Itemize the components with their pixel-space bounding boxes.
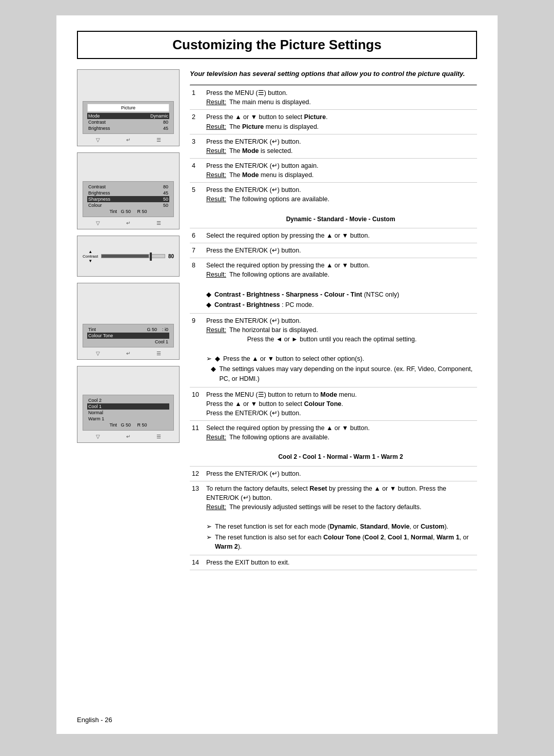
screen2-icons: ▽ ↵ ☰ [83, 219, 174, 226]
down-icon2: ▽ [96, 220, 100, 226]
step-14: 14 Press the EXIT button to exit. [190, 555, 477, 570]
screen4-icons: ▽ ↵ ☰ [83, 350, 174, 356]
instructions-column: Your television has several setting opti… [190, 69, 477, 570]
step-1-num: 1 [190, 86, 204, 110]
tv-screen-4: TintG 50 : i0 Colour Tone Cool 1 ▽ ↵ ☰ [77, 283, 180, 360]
tv-screen-1: Picture ModeDynamic Contrast80 Brightnes… [77, 69, 180, 146]
step-2-num: 2 [190, 110, 204, 134]
intro-text: Your television has several setting opti… [190, 69, 477, 79]
step-12-content: Press the ENTER/OK (↵) button. [204, 466, 477, 481]
step-5-content: Press the ENTER/OK (↵) button. Result:Th… [204, 183, 477, 228]
step-3: 3 Press the ENTER/OK (↵) button. Result:… [190, 134, 477, 158]
step-8-bullet1: ◆ Contrast - Brightness - Sharpness - Co… [206, 290, 475, 299]
step-1-content: Press the MENU (☰) button. Result:The ma… [204, 86, 477, 110]
step-12-num: 12 [190, 466, 204, 481]
enter-icon5: ↵ [126, 434, 130, 439]
step-4: 4 Press the ENTER/OK (↵) button again. R… [190, 158, 477, 182]
step-10-num: 10 [190, 387, 204, 420]
menu-icon2: ☰ [156, 220, 161, 226]
step-4-num: 4 [190, 158, 204, 182]
step-2: 2 Press the ▲ or ▼ button to select Pict… [190, 110, 477, 134]
down-icon: ▽ [96, 137, 100, 143]
step-3-num: 3 [190, 134, 204, 158]
step-4-content: Press the ENTER/OK (↵) button again. Res… [204, 158, 477, 182]
menu-icon4: ☰ [156, 351, 161, 356]
step-10: 10 Press the MENU (☰) button to return t… [190, 387, 477, 420]
page-title: Customizing the Picture Settings [88, 37, 466, 53]
step-1: 1 Press the MENU (☰) button. Result:The … [190, 86, 477, 110]
colour-tone-options: Cool 2 - Cool 1 - Normal - Warm 1 - Warm… [206, 453, 475, 461]
step-12: 12 Press the ENTER/OK (↵) button. [190, 466, 477, 481]
step-9: 9 Press the ENTER/OK (↵) button. Result:… [190, 313, 477, 387]
enter-icon2: ↵ [126, 220, 130, 226]
step-8: 8 Select the required option by pressing… [190, 258, 477, 314]
step-3-content: Press the ENTER/OK (↵) button. Result:Th… [204, 134, 477, 158]
steps-table: 1 Press the MENU (☰) button. Result:The … [190, 86, 477, 570]
menu-icon-small: ☰ [156, 137, 161, 143]
contrast-value: 80 [168, 254, 174, 259]
step-6: 6 Select the required option by pressing… [190, 228, 477, 243]
step-5: 5 Press the ENTER/OK (↵) button. Result:… [190, 183, 477, 228]
tv-screen-3: ▲ Contrast ▼ 80 [77, 236, 180, 277]
step-9-num: 9 [190, 313, 204, 387]
step-13-num: 13 [190, 481, 204, 555]
step-8-bullet2: ◆ Contrast - Brightness : PC mode. [206, 300, 475, 309]
step-11-content: Select the required option by pressing t… [204, 421, 477, 467]
step-2-content: Press the ▲ or ▼ button to select Pictur… [204, 110, 477, 134]
step-13-arrow2: ➢ The reset function is also set for eac… [206, 533, 475, 551]
down-icon4: ▽ [96, 351, 100, 356]
step-13-content: To return the factory defaults, select R… [204, 481, 477, 555]
tv-screen-2: Contrast80 Brightness45 Sharpness50 Colo… [77, 152, 180, 229]
step-9-content: Press the ENTER/OK (↵) button. Result:Th… [204, 313, 477, 387]
step-9-arrow2: ◆ The settings values may vary depending… [206, 364, 475, 383]
step-13-arrow1: ➢ The reset function is set for each mod… [206, 522, 475, 531]
step-6-content: Select the required option by pressing t… [204, 228, 477, 243]
step-7: 7 Press the ENTER/OK (↵) button. [190, 243, 477, 258]
screen5-icons: ▽ ↵ ☰ [83, 433, 174, 439]
step-14-num: 14 [190, 555, 204, 570]
step-9-arrow1: ➢ ◆ Press the ▲ or ▼ button to select ot… [206, 354, 475, 363]
tv-screens-column: Picture ModeDynamic Contrast80 Brightnes… [77, 69, 180, 443]
step-10-content: Press the MENU (☰) button to return to M… [204, 387, 477, 420]
title-box: Customizing the Picture Settings [77, 31, 477, 59]
footer: English - 26 [77, 716, 112, 724]
step-13: 13 To return the factory defaults, selec… [190, 481, 477, 555]
step-14-content: Press the EXIT button to exit. [204, 555, 477, 570]
step-11: 11 Select the required option by pressin… [190, 421, 477, 467]
page: Customizing the Picture Settings Picture… [56, 15, 498, 734]
step-7-num: 7 [190, 243, 204, 258]
step-11-num: 11 [190, 421, 204, 467]
step-6-num: 6 [190, 228, 204, 243]
tv-screen-5: Cool 2 Cool 1 Normal Warm 1 Tint G 50 R … [77, 366, 180, 443]
step-8-content: Select the required option by pressing t… [204, 258, 477, 314]
screen1-icons: ▽ ↵ ☰ [83, 136, 174, 143]
enter-icon4: ↵ [126, 351, 130, 356]
contrast-label: ▲ Contrast ▼ [83, 249, 98, 263]
step-7-content: Press the ENTER/OK (↵) button. [204, 243, 477, 258]
step-5-num: 5 [190, 183, 204, 228]
enter-icon: ↵ [126, 137, 130, 143]
step-8-num: 8 [190, 258, 204, 314]
contrast-bar [101, 254, 165, 258]
down-icon5: ▽ [96, 434, 100, 439]
mode-options: Dynamic - Standard - Movie - Custom [206, 215, 475, 224]
footer-text: English - 26 [77, 716, 112, 724]
menu-icon5: ☰ [156, 434, 161, 439]
